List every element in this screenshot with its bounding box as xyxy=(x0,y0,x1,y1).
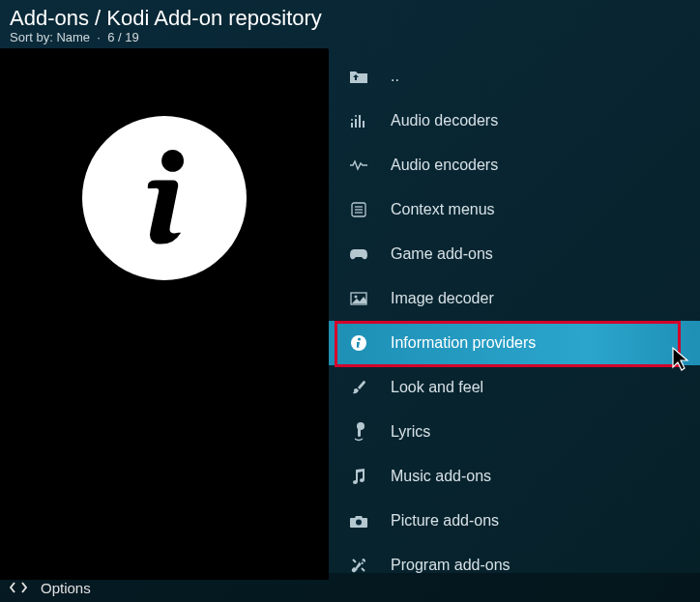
options-button[interactable]: Options xyxy=(41,580,91,596)
list-item-label: Music add-ons xyxy=(391,468,491,485)
list-item-label: Picture add-ons xyxy=(391,512,499,530)
svg-rect-4 xyxy=(363,121,365,128)
list-item-label: Image decoder xyxy=(391,290,494,307)
list-item[interactable]: Information providers xyxy=(329,321,700,365)
options-arrows-icon xyxy=(10,581,27,594)
list-item[interactable]: Image decoder xyxy=(329,276,700,321)
list-item[interactable]: Context menus xyxy=(329,187,700,232)
list-item[interactable]: Picture add-ons xyxy=(329,499,700,543)
microphone-icon xyxy=(348,421,369,443)
list-item[interactable]: Game add-ons xyxy=(329,232,700,276)
svg-rect-16 xyxy=(358,428,361,437)
menu-icon xyxy=(348,199,369,220)
info-preview-icon xyxy=(82,116,247,280)
waveform-icon xyxy=(348,155,369,176)
list-item[interactable]: Audio encoders xyxy=(329,143,700,187)
svg-point-0 xyxy=(161,150,184,172)
list-item-label: Audio decoders xyxy=(391,112,498,129)
list-item[interactable]: Look and feel xyxy=(329,365,700,410)
preview-panel xyxy=(0,48,329,580)
sort-row: Sort by: Name · 6 / 19 xyxy=(10,30,690,44)
svg-rect-2 xyxy=(355,119,357,128)
footer-bar: Options xyxy=(0,573,700,602)
camera-icon xyxy=(348,510,369,531)
svg-point-5 xyxy=(351,119,353,121)
folder-up-icon xyxy=(348,66,369,87)
list-position: 6 / 19 xyxy=(107,30,139,44)
list-item-label: Information providers xyxy=(391,334,536,352)
svg-rect-1 xyxy=(351,123,353,128)
list-item-label: Game add-ons xyxy=(391,245,493,263)
music-note-icon xyxy=(348,466,369,487)
header: Add-ons / Kodi Add-on repository Sort by… xyxy=(0,0,700,48)
equalizer-icon xyxy=(348,110,369,131)
sort-by-label: Sort by: xyxy=(10,30,53,44)
list-item-label: Program add-ons xyxy=(391,557,510,574)
main: ..Audio decodersAudio encodersContext me… xyxy=(0,48,700,580)
list-item-label: .. xyxy=(391,68,399,85)
image-icon xyxy=(348,288,369,309)
svg-rect-3 xyxy=(359,115,361,128)
info-icon xyxy=(348,332,369,354)
gamepad-icon xyxy=(348,244,369,265)
sort-by-value[interactable]: Name xyxy=(56,30,90,44)
list-item-label: Look and feel xyxy=(391,379,483,396)
list-item[interactable]: Music add-ons xyxy=(329,454,700,499)
svg-point-6 xyxy=(355,115,357,117)
list-item-label: Context menus xyxy=(391,201,495,218)
breadcrumb: Add-ons / Kodi Add-on repository xyxy=(10,6,690,31)
brush-icon xyxy=(348,377,369,398)
svg-point-14 xyxy=(358,337,361,340)
addon-category-list: ..Audio decodersAudio encodersContext me… xyxy=(329,48,700,580)
svg-point-12 xyxy=(355,296,358,299)
svg-point-17 xyxy=(356,519,362,525)
list-item[interactable]: Audio decoders xyxy=(329,99,700,143)
list-item[interactable]: .. xyxy=(329,54,700,99)
list-item-label: Lyrics xyxy=(391,423,430,441)
list-item-label: Audio encoders xyxy=(391,157,498,174)
list-item[interactable]: Lyrics xyxy=(329,410,700,454)
